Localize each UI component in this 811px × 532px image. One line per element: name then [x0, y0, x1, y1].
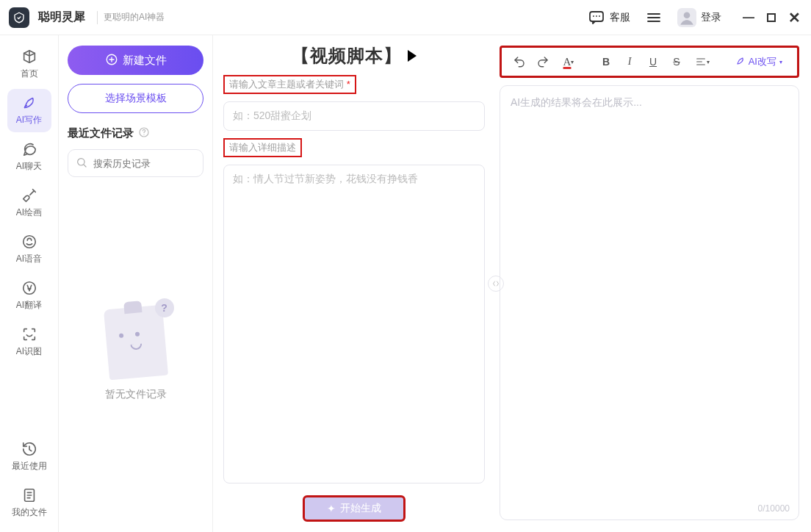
editor-column: 【视频脚本】 请输入文章主题或者关键词 * 如：520甜蜜企划 请输入详细描述 …: [213, 35, 495, 532]
generate-label: 开始生成: [340, 502, 381, 515]
login-label: 登录: [701, 11, 721, 24]
choose-template-button[interactable]: 选择场景模板: [68, 84, 203, 113]
new-file-label: 新建文件: [123, 54, 167, 68]
new-file-button[interactable]: 新建文件: [68, 46, 203, 75]
nav-label: 最近使用: [12, 460, 47, 472]
search-input[interactable]: [93, 158, 217, 169]
generate-button[interactable]: ✦ 开始生成: [303, 495, 406, 522]
svg-point-7: [78, 158, 84, 165]
search-icon: [76, 157, 87, 170]
app-title: 聪明灵犀: [38, 10, 85, 25]
svg-point-1: [684, 12, 691, 18]
chat-icon: [21, 141, 37, 157]
home-icon: [21, 48, 37, 65]
nav-ai-paint[interactable]: AI绘画: [7, 181, 51, 225]
plus-icon: [105, 53, 118, 68]
output-area[interactable]: AI生成的结果将会在此展示... 0/10000: [500, 85, 799, 520]
nav-label: AI绘画: [16, 206, 42, 219]
window-close[interactable]: ✕: [786, 9, 802, 26]
question-badge-icon: ?: [155, 298, 174, 317]
char-count: 0/10000: [758, 503, 790, 514]
help-icon[interactable]: [138, 126, 150, 140]
nav-label: AI聊天: [16, 160, 42, 173]
voice-icon: [21, 234, 37, 250]
chevron-down-icon: ▾: [779, 59, 782, 65]
app-logo: [9, 7, 29, 28]
undo-button[interactable]: [509, 51, 530, 72]
scan-icon: [21, 326, 37, 342]
divider: [97, 11, 98, 24]
avatar-icon: [677, 8, 696, 27]
redo-button[interactable]: [533, 51, 553, 72]
doc-icon: [21, 487, 37, 503]
pen-icon: [21, 95, 37, 111]
nav-my-files[interactable]: 我的文件: [7, 481, 51, 525]
app-subtitle: 更聪明的AI神器: [104, 11, 165, 24]
empty-text: 暂无文件记录: [105, 388, 167, 401]
support-button[interactable]: 客服: [588, 9, 630, 26]
topic-input[interactable]: 如：520甜蜜企划: [223, 101, 485, 131]
detail-label: 请输入详细描述: [223, 138, 302, 157]
nav-label: AI语音: [16, 253, 42, 265]
align-button[interactable]: ▾: [690, 51, 715, 72]
nav-label: AI识图: [16, 345, 42, 358]
nav-label: AI翻译: [16, 299, 42, 312]
support-label: 客服: [610, 11, 630, 24]
ai-rewrite-button[interactable]: AI改写 ▾: [728, 52, 790, 71]
nav-ai-writing[interactable]: AI写作: [7, 89, 51, 132]
svg-point-3: [23, 282, 35, 295]
choose-template-label: 选择场景模板: [105, 92, 167, 105]
chat-icon: [588, 9, 605, 26]
empty-state: ? 暂无文件记录: [68, 186, 203, 522]
nav-label: AI写作: [16, 114, 42, 126]
window-minimize[interactable]: —: [740, 11, 757, 24]
detail-textarea[interactable]: 如：情人节过节新姿势，花钱没有挣钱香: [223, 165, 485, 484]
ai-rewrite-label: AI改写: [749, 55, 776, 68]
output-column: A ▾ B I U S ▾ AI改写 ▾ AI生成的结果将会在此展示... 0/…: [495, 35, 811, 532]
strikethrough-button[interactable]: S: [666, 51, 687, 72]
font-color-button[interactable]: A ▾: [556, 51, 581, 72]
nav-home[interactable]: 首页: [7, 43, 51, 86]
nav-ai-scan[interactable]: AI识图: [7, 320, 51, 364]
paint-icon: [21, 187, 37, 204]
clipboard-illustration: [103, 304, 167, 380]
login-button[interactable]: 登录: [677, 8, 721, 27]
nav-label: 我的文件: [12, 506, 47, 519]
nav-label: 首页: [21, 68, 38, 80]
italic-button[interactable]: I: [619, 51, 640, 72]
nav-ai-voice[interactable]: AI语音: [7, 228, 51, 271]
recent-files-label: 最近文件记录: [68, 126, 203, 140]
underline-button[interactable]: U: [643, 51, 663, 72]
history-icon: [21, 441, 37, 457]
file-panel: 新建文件 选择场景模板 最近文件记录 ? 暂无文件记录: [59, 35, 213, 532]
text-toolbar: A ▾ B I U S ▾ AI改写 ▾: [500, 46, 799, 78]
svg-point-2: [23, 236, 35, 248]
page-title: 【视频脚本】: [292, 44, 402, 68]
search-history[interactable]: [68, 149, 203, 177]
nav-ai-chat[interactable]: AI聊天: [7, 135, 51, 179]
nav-recent[interactable]: 最近使用: [7, 435, 51, 478]
play-icon[interactable]: [408, 50, 417, 62]
output-placeholder: AI生成的结果将会在此展示...: [511, 96, 642, 108]
leaf-icon: [735, 56, 746, 68]
topic-label: 请输入文章主题或者关键词 *: [223, 75, 356, 94]
window-maximize[interactable]: [767, 13, 776, 22]
nav-ai-translate[interactable]: AI翻译: [7, 274, 51, 317]
left-nav: 首页 AI写作 AI聊天 AI绘画 AI语音 AI翻译 AI识图 最: [0, 35, 59, 532]
translate-icon: [21, 280, 37, 296]
menu-button[interactable]: [645, 9, 663, 26]
titlebar: 聪明灵犀 更聪明的AI神器 客服 登录 — ✕: [0, 0, 811, 35]
sparkle-icon: ✦: [327, 503, 336, 514]
bold-button[interactable]: B: [596, 51, 616, 72]
